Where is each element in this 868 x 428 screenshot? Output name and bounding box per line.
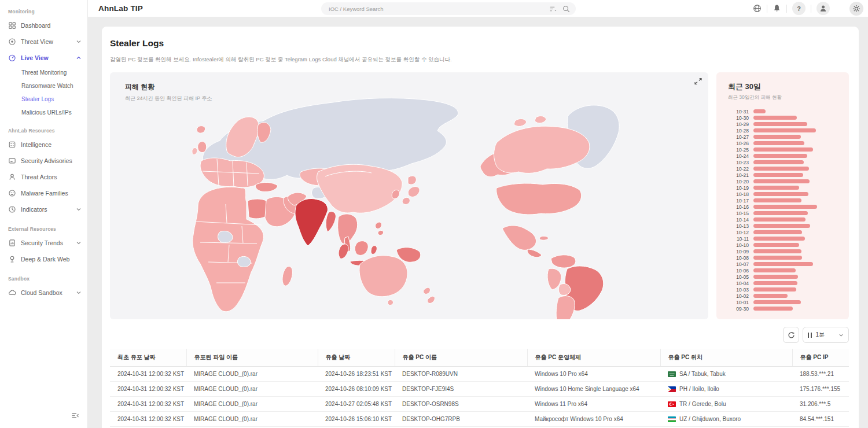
cell-leak-date: 2024-10-26 15:06:10 KST: [318, 412, 395, 427]
bar: [753, 173, 803, 177]
table-controls: 1분: [110, 327, 849, 343]
sidebar-item-label: Cloud Sandbox: [21, 289, 62, 296]
sidebar-item-malicious-urls-ips[interactable]: Malicious URLs/IPs: [0, 106, 87, 119]
chart-title: 최근 30일: [728, 82, 849, 92]
table-row[interactable]: 2024-10-31 12:00:32 KSTMIRAGE CLOUD_(0).…: [110, 412, 849, 427]
table-row[interactable]: 2024-10-31 12:00:32 KSTMIRAGE CLOUD_(0).…: [110, 397, 849, 412]
sidebar-item-advisories[interactable]: Security Advisories: [0, 153, 87, 169]
theme-toggle-sun-icon[interactable]: [849, 2, 863, 16]
sidebar-item-threat-view[interactable]: Threat View: [0, 34, 87, 50]
language-globe-icon[interactable]: [753, 4, 762, 13]
table-row[interactable]: 2024-10-31 12:00:32 KSTMIRAGE CLOUD_(0).…: [110, 382, 849, 397]
victim-map-panel: 피해 현황 최근 24시간 동안 확인된 피해 IP 주소: [110, 72, 708, 319]
cell-leak-date: 2024-10-26 08:10:09 KST: [318, 382, 395, 397]
cell-ip: 84.54.***.151: [792, 412, 849, 427]
cell-pc-name: DESKTOP-R089UVN: [395, 367, 527, 382]
sidebar-item-label: Deep & Dark Web: [21, 256, 69, 263]
bar: [753, 128, 816, 132]
sidebar-item-label: Live View: [21, 54, 49, 61]
sidebar-item-label: Malware Families: [21, 190, 68, 197]
daily-bar-row: 10-20: [728, 178, 849, 185]
bar: [753, 192, 808, 196]
topbar: AhnLab TIP ?: [88, 0, 868, 17]
bar-date-label: 10-20: [728, 179, 749, 185]
sidebar-item-threat-monitoring[interactable]: Threat Monitoring: [0, 66, 87, 79]
cell-os: Windows 10 Pro x64: [527, 367, 660, 382]
sidebar-item-live-view[interactable]: Live View: [0, 50, 87, 66]
cell-location: UZ / Ghijduwon, Buxoro: [660, 412, 792, 427]
bar-date-label: 10-12: [728, 230, 749, 235]
bar-date-label: 10-19: [728, 185, 749, 191]
daily-bar-row: 10-28: [728, 127, 849, 134]
sidebar-item-label: Security Trends: [21, 239, 63, 246]
bar-date-label: 10-31: [728, 109, 749, 115]
sidebar-item-sandbox[interactable]: Cloud Sandbox: [0, 285, 87, 301]
refresh-button[interactable]: [783, 327, 799, 343]
bar: [753, 262, 813, 266]
indicators-icon: [8, 205, 16, 213]
chevron-down-icon: [76, 39, 82, 45]
expand-map-icon[interactable]: [694, 77, 702, 87]
search-type-filter-icon[interactable]: [549, 5, 557, 13]
sidebar-item-families[interactable]: Malware Families: [0, 185, 87, 201]
refresh-interval-dropdown[interactable]: 1분: [803, 327, 849, 343]
sidebar-item-ddw[interactable]: Deep & Dark Web: [0, 251, 87, 267]
user-profile-icon[interactable]: [816, 2, 830, 15]
sidebar-item-label: Indicators: [21, 206, 47, 213]
bar-date-label: 10-24: [728, 153, 749, 159]
daily-bar-row: 10-17: [728, 197, 849, 204]
bar: [753, 249, 801, 253]
sidebar-item-dashboard[interactable]: Dashboard: [0, 17, 87, 34]
sidebar-item-actors[interactable]: Threat Actors: [0, 169, 87, 185]
bar: [753, 287, 796, 292]
bar: [753, 256, 802, 260]
flag-ph-icon: [668, 386, 676, 392]
content-area: Stealer Logs 감염된 PC 정보를 확인해 보세요. Infoste…: [88, 17, 868, 428]
security-trends-icon: [8, 239, 16, 247]
bar: [753, 135, 801, 139]
daily-bar-row: 10-09: [728, 248, 849, 254]
daily-bar-row: 10-10: [728, 242, 849, 248]
sidebar-item-stealer-logs[interactable]: Stealer Logs: [0, 93, 87, 106]
daily-bar-row: 10-19: [728, 185, 849, 191]
world-choropleth-map[interactable]: [110, 88, 708, 319]
bar: [753, 160, 804, 164]
sidebar: MonitoringDashboardThreat ViewLive ViewT…: [0, 0, 88, 428]
daily-bar-row: 10-05: [728, 274, 849, 280]
daily-bar-row: 10-25: [728, 146, 849, 153]
sidebar-item-intelligence[interactable]: Intelligence: [0, 136, 87, 153]
cell-file-name: MIRAGE CLOUD_(0).rar: [186, 412, 318, 427]
sidebar-item-ransomware-watch[interactable]: Ransomware Watch: [0, 79, 87, 93]
bar-date-label: 10-05: [728, 274, 749, 280]
location-text: TR / Gerede, Bolu: [679, 401, 726, 407]
sidebar-item-indicators[interactable]: Indicators: [0, 201, 87, 217]
bar: [753, 198, 801, 202]
bar-date-label: 10-10: [728, 242, 749, 248]
daily-bar-row: 10-27: [728, 134, 849, 140]
malware-families-icon: [8, 189, 16, 197]
location-text: SA / Tabuk, Tabuk: [679, 371, 726, 377]
bar: [753, 116, 797, 120]
cell-file-name: MIRAGE CLOUD_(0).rar: [186, 397, 318, 412]
live-view-icon: [8, 54, 16, 62]
bar: [753, 224, 810, 228]
bar: [753, 205, 817, 209]
divider: [786, 5, 787, 13]
bar-date-label: 10-25: [728, 147, 749, 153]
daily-bar-row: 10-31: [728, 108, 849, 115]
sidebar-item-label: Dashboard: [21, 22, 50, 29]
notifications-bell-icon[interactable]: [773, 4, 781, 13]
bar: [753, 281, 797, 285]
table-row[interactable]: 2024-10-31 12:00:32 KSTMIRAGE CLOUD_(0).…: [110, 367, 849, 382]
search-input[interactable]: [329, 6, 543, 12]
sidebar-section-label: Sandbox: [0, 267, 87, 285]
collapse-sidebar-icon[interactable]: [71, 411, 79, 422]
interval-label: 1분: [816, 331, 825, 339]
sidebar-item-trends[interactable]: Security Trends: [0, 235, 87, 251]
daily-bar-row: 10-16: [728, 204, 849, 210]
app-logo[interactable]: AhnLab TIP: [98, 4, 143, 13]
daily-bar-row: 10-30: [728, 115, 849, 121]
bar: [753, 217, 806, 222]
help-icon[interactable]: ?: [792, 2, 806, 15]
search-icon[interactable]: [562, 5, 570, 13]
